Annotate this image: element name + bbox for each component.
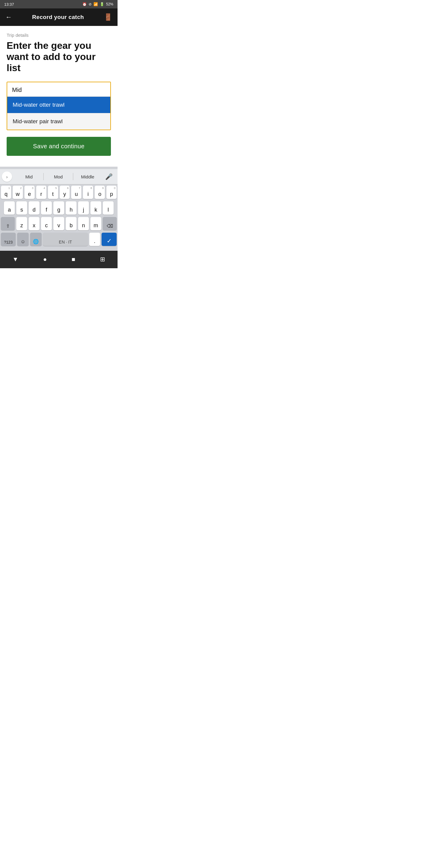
key-f[interactable]: f xyxy=(41,201,52,215)
gear-search-input[interactable] xyxy=(7,82,110,97)
key-u[interactable]: 7u xyxy=(71,186,82,199)
key-s[interactable]: s xyxy=(16,201,27,215)
key-p[interactable]: 0p xyxy=(106,186,117,199)
key-n[interactable]: n xyxy=(78,217,89,230)
page-heading: Enter the gear you want to add to your l… xyxy=(7,40,111,73)
clock-icon: ⏰ xyxy=(82,2,87,6)
dnd-icon: ⊘ xyxy=(89,2,92,6)
status-bar: 13:37 ⏰ ⊘ 📶 🔋 52% xyxy=(0,0,118,8)
battery-percent: 52% xyxy=(106,2,113,6)
key-row-2: a s d f g h j k l xyxy=(1,201,117,215)
status-icons: ⏰ ⊘ 📶 🔋 52% xyxy=(82,2,113,6)
key-r[interactable]: 4r xyxy=(36,186,46,199)
key-row-1: 1q 2w 3e 4r 5t 6y 7u 8i 9o 0p xyxy=(1,186,117,199)
status-time: 13:37 xyxy=(4,2,14,7)
logout-button[interactable]: 🚪 xyxy=(104,13,112,21)
key-k[interactable]: k xyxy=(90,201,101,215)
emoji-key[interactable]: ☺ xyxy=(17,233,29,246)
dropdown-option-1[interactable]: Mid-water otter trawl xyxy=(7,97,110,113)
suggestion-3[interactable]: Middle xyxy=(73,173,102,181)
globe-key[interactable]: 🌐 xyxy=(30,233,41,246)
signal-icon: 📶 xyxy=(93,2,98,6)
nav-back-button[interactable]: ▼ xyxy=(7,254,24,265)
save-continue-button[interactable]: Save and continue xyxy=(7,137,111,156)
dropdown-option-2[interactable]: Mid-water pair trawl xyxy=(7,113,110,130)
key-x[interactable]: x xyxy=(29,217,39,230)
mic-icon[interactable]: 🎤 xyxy=(102,172,116,181)
key-m[interactable]: m xyxy=(90,217,101,230)
key-q[interactable]: 1q xyxy=(1,186,11,199)
back-button[interactable]: ← xyxy=(5,13,12,21)
key-w[interactable]: 2w xyxy=(13,186,23,199)
suggestions-expand-button[interactable]: › xyxy=(2,172,12,182)
key-v[interactable]: v xyxy=(53,217,64,230)
language-space-key[interactable]: EN · IT xyxy=(43,233,88,246)
backspace-key[interactable]: ⌫ xyxy=(103,217,117,230)
keyboard-area: › Mid Mod Middle 🎤 1q 2w 3e 4r 5t 6y 7u … xyxy=(0,167,118,251)
nav-recents-button[interactable]: ■ xyxy=(66,254,81,265)
num123-key[interactable]: ?123 xyxy=(1,233,16,246)
suggestions-bar: › Mid Mod Middle 🎤 xyxy=(0,169,118,184)
key-a[interactable]: a xyxy=(4,201,15,215)
suggestion-2[interactable]: Mod xyxy=(44,173,73,181)
bottom-nav: ▼ ● ■ ⊞ xyxy=(0,251,118,268)
key-j[interactable]: j xyxy=(78,201,89,215)
key-c[interactable]: c xyxy=(41,217,52,230)
key-h[interactable]: h xyxy=(66,201,76,215)
key-row-3: ⇧ z x c v b n m ⌫ xyxy=(1,217,117,230)
keyboard: 1q 2w 3e 4r 5t 6y 7u 8i 9o 0p a s d f g … xyxy=(0,184,118,250)
key-e[interactable]: 3e xyxy=(24,186,35,199)
key-g[interactable]: g xyxy=(53,201,64,215)
key-y[interactable]: 6y xyxy=(60,186,70,199)
key-row-4: ?123 ☺ 🌐 EN · IT . ✓ xyxy=(1,233,117,246)
app-bar-title: Record your catch xyxy=(32,14,84,21)
suggestion-1[interactable]: Mid xyxy=(14,173,43,181)
key-z[interactable]: z xyxy=(16,217,27,230)
enter-key[interactable]: ✓ xyxy=(101,233,117,246)
battery-icon: 🔋 xyxy=(100,2,104,6)
section-label: Trip details xyxy=(7,33,111,38)
key-d[interactable]: d xyxy=(29,201,39,215)
period-key[interactable]: . xyxy=(89,233,100,246)
key-b[interactable]: b xyxy=(66,217,76,230)
app-bar: ← Record your catch 🚪 xyxy=(0,8,118,26)
key-o[interactable]: 9o xyxy=(95,186,105,199)
nav-grid-button[interactable]: ⊞ xyxy=(95,254,111,265)
gear-input-container: Mid-water otter trawl Mid-water pair tra… xyxy=(7,82,111,130)
key-t[interactable]: 5t xyxy=(48,186,58,199)
nav-home-button[interactable]: ● xyxy=(38,254,52,265)
main-content: Trip details Enter the gear you want to … xyxy=(0,26,118,161)
key-i[interactable]: 8i xyxy=(83,186,93,199)
key-l[interactable]: l xyxy=(103,201,114,215)
shift-key[interactable]: ⇧ xyxy=(1,217,15,230)
